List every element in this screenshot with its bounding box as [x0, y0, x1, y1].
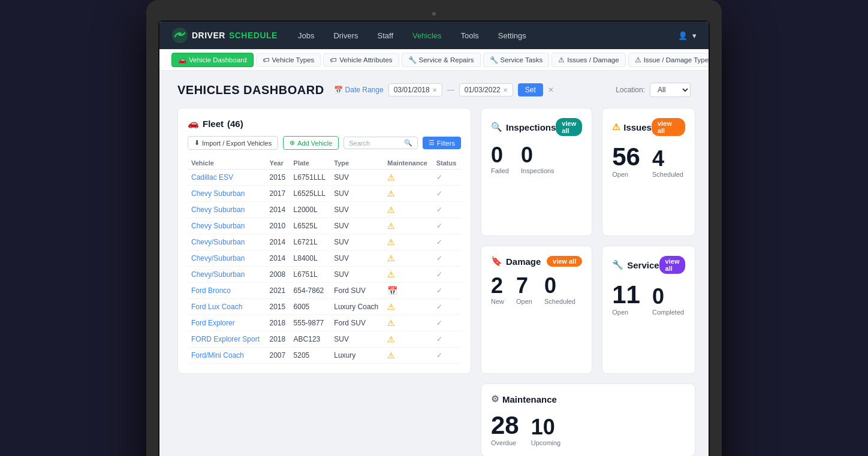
vehicle-name[interactable]: Ford Lux Coach — [188, 299, 266, 315]
vehicle-name[interactable]: Chevy/Suburban — [188, 267, 266, 283]
vehicle-status: ✓ — [433, 315, 461, 331]
service-panel: 🔧 Service view all 11 Open 0 Completed — [602, 246, 695, 374]
vehicle-name[interactable]: Ford/Mini Coach — [188, 348, 266, 364]
vehicle-year: 2008 — [266, 267, 290, 283]
subnav-service-repairs[interactable]: 🔧 Service & Repairs — [402, 53, 481, 67]
vehicle-type: SUV — [330, 186, 384, 202]
vehicle-maintenance: ⚠ — [384, 202, 432, 218]
subnav-issue-damage-types[interactable]: ⚠ Issue / Damage Types — [628, 53, 709, 67]
damage-open-stat: 7 Open — [516, 275, 532, 305]
inspections-view-all-badge[interactable]: view all — [556, 118, 582, 136]
vehicle-maintenance: ⚠ — [384, 250, 432, 267]
inspections-label: Inspections — [521, 167, 554, 174]
calendar-icon: 📅 — [334, 86, 343, 94]
subnav-issues-damage[interactable]: ⚠ Issues / Damage — [551, 53, 625, 67]
table-row: Chevy Suburban 2017 L6525LLL SUV ⚠ ✓ — [188, 186, 461, 202]
vehicle-type: SUV — [330, 170, 384, 186]
vehicle-name[interactable]: Chevy Suburban — [188, 202, 266, 218]
vehicle-name[interactable]: Chevy Suburban — [188, 218, 266, 234]
import-export-button[interactable]: ⬇ Import / Export Vehicles — [188, 136, 278, 150]
damage-view-all-badge[interactable]: view all — [547, 256, 582, 267]
subnav-service-tasks[interactable]: 🔧 Service Tasks — [483, 53, 550, 67]
vehicle-type: SUV — [330, 250, 384, 267]
col-maintenance: Maintenance — [384, 157, 432, 170]
damage-scheduled-count: 0 — [544, 275, 575, 297]
status-check-icon: ✓ — [436, 286, 442, 295]
table-row: Chevy Suburban 2014 L2000L SUV ⚠ ✓ — [188, 202, 461, 218]
service-stats: 11 Open 0 Completed — [612, 282, 685, 316]
table-row: Chevy/Suburban 2014 L6721L SUV ⚠ ✓ — [188, 234, 461, 250]
user-menu[interactable]: 👤 ▾ — [678, 31, 697, 40]
issues-view-all-badge[interactable]: view all — [652, 118, 686, 136]
vehicle-status: ✓ — [433, 218, 461, 234]
search-input-placeholder: Search — [349, 140, 404, 147]
vehicle-plate: 6005 — [290, 299, 331, 315]
nav-vehicles[interactable]: Vehicles — [410, 31, 444, 40]
col-plate: Plate — [290, 157, 331, 170]
tag-icon: 🏷 — [263, 56, 270, 64]
service-open-stat: 11 Open — [612, 282, 640, 316]
service-view-all-badge[interactable]: view all — [659, 256, 686, 274]
app-logo[interactable]: DRIVER SCHEDULE — [171, 27, 278, 44]
vehicle-year: 2021 — [266, 283, 290, 299]
location-section: Location: All — [616, 83, 691, 97]
status-check-icon: ✓ — [436, 206, 442, 214]
warning-maintenance-icon: ⚠ — [387, 334, 395, 344]
vehicle-name[interactable]: Ford Explorer — [188, 315, 266, 331]
add-vehicle-button[interactable]: ⊕ Add Vehicle — [283, 136, 339, 150]
vehicle-type: Luxury Coach — [330, 299, 384, 315]
vehicle-year: 2010 — [266, 218, 290, 234]
search-box[interactable]: Search 🔍 — [343, 137, 418, 149]
status-check-icon: ✓ — [436, 303, 442, 311]
vehicle-type: Ford SUV — [330, 315, 384, 331]
vehicle-plate: L6751LLL — [290, 170, 331, 186]
set-date-button[interactable]: Set — [518, 83, 543, 96]
date-x-icon[interactable]: ✕ — [548, 86, 554, 94]
filter-icon: ☰ — [429, 139, 435, 147]
vehicle-year: 2014 — [266, 250, 290, 267]
vehicle-name[interactable]: Chevy/Suburban — [188, 234, 266, 250]
subnav-vehicle-dashboard[interactable]: 🚗 Vehicle Dashboard — [171, 53, 254, 67]
vehicle-name[interactable]: Chevy/Suburban — [188, 250, 266, 267]
maintenance-panel: ⚙ Maintenance 28 Overdue 10 Upcoming — [481, 383, 695, 456]
table-row: Ford Explorer 2018 555-9877 Ford SUV ⚠ ✓ — [188, 315, 461, 331]
damage-new-stat: 2 New — [491, 275, 504, 305]
page-header: VEHICLES DASHBOARD 📅 Date Range 03/01/20… — [177, 83, 691, 97]
vehicle-plate: L6525LLL — [290, 186, 331, 202]
vehicle-name[interactable]: Cadillac ESV — [188, 170, 266, 186]
date-from-input[interactable]: 03/01/2018 ✕ — [388, 83, 442, 96]
table-row: Chevy Suburban 2010 L6525L SUV ⚠ ✓ — [188, 218, 461, 234]
vehicle-year: 2015 — [266, 170, 290, 186]
location-select[interactable]: All — [650, 83, 691, 97]
vehicle-name[interactable]: FORD Explorer Sport — [188, 331, 266, 348]
damage-header: 🔖 Damage view all — [491, 256, 582, 267]
warning-maintenance-icon: ⚠ — [387, 221, 395, 231]
failed-label: Failed — [491, 167, 509, 174]
warning-maintenance-icon: ⚠ — [387, 270, 395, 279]
date-to-input[interactable]: 01/03/2022 ✕ — [459, 83, 513, 96]
filters-button[interactable]: ☰ Filters — [423, 137, 461, 149]
vehicle-name[interactable]: Ford Bronco — [188, 283, 266, 299]
vehicle-maintenance: ⚠ — [384, 331, 432, 348]
issues-scheduled-label: Scheduled — [652, 171, 683, 178]
vehicle-maintenance: ⚠ — [384, 234, 432, 250]
nav-jobs[interactable]: Jobs — [296, 31, 317, 40]
nav-staff[interactable]: Staff — [375, 31, 396, 40]
vehicle-year: 2014 — [266, 234, 290, 250]
service-completed-stat: 0 Completed — [652, 286, 684, 316]
vehicle-maintenance: ⚠ — [384, 348, 432, 364]
service-open-label: Open — [612, 309, 640, 316]
subnav-vehicle-attributes[interactable]: 🏷 Vehicle Attributes — [323, 53, 399, 67]
nav-settings[interactable]: Settings — [496, 31, 529, 40]
subnav-vehicle-types[interactable]: 🏷 Vehicle Types — [256, 53, 321, 67]
main-content: VEHICLES DASHBOARD 📅 Date Range 03/01/20… — [159, 71, 709, 456]
nav-drivers[interactable]: Drivers — [331, 31, 360, 40]
damage-new-label: New — [491, 298, 504, 305]
status-check-icon: ✓ — [436, 270, 442, 279]
nav-tools[interactable]: Tools — [459, 31, 481, 40]
vehicle-maintenance: ⚠ — [384, 267, 432, 283]
vehicle-plate: 5205 — [290, 348, 331, 364]
status-check-icon: ✓ — [436, 254, 442, 262]
service-icon: 🔧 — [612, 259, 623, 270]
vehicle-name[interactable]: Chevy Suburban — [188, 186, 266, 202]
